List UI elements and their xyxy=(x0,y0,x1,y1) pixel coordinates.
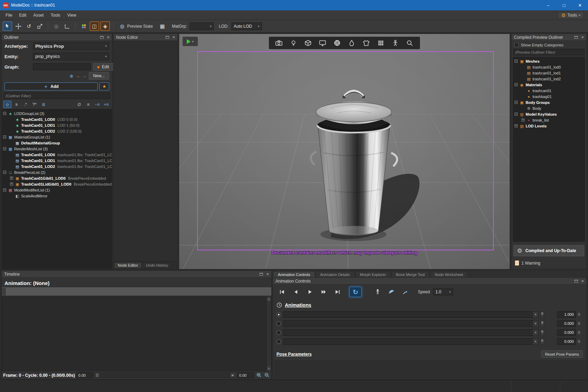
tree-row[interactable]: trashcan01 xyxy=(513,88,585,93)
preview-outliner-filter-input[interactable] xyxy=(513,49,585,55)
compile-status-button[interactable]: ⚙ Compiled and Up-To-Date xyxy=(514,245,584,256)
expander-icon[interactable] xyxy=(10,182,13,186)
maximize-button[interactable]: □ xyxy=(556,0,572,10)
screen-icon[interactable] xyxy=(317,38,328,47)
skip-to-end-button[interactable] xyxy=(331,287,344,297)
tree-row[interactable]: BreakPieceList (2) xyxy=(2,169,112,175)
tree-row[interactable]: LOD Levels xyxy=(513,123,585,129)
timeline-track-area[interactable]: ▲ ▼ xyxy=(2,296,271,371)
tree-row[interactable]: ScaleAndMirror xyxy=(2,193,112,199)
tree-row[interactable]: ModelModifierList (1) xyxy=(2,187,112,193)
bottom-tab[interactable]: Bone Merge Tool xyxy=(391,271,430,277)
tree-row[interactable]: TrashCan01_LOD2 trashcan01.fbx: TrashCan… xyxy=(2,163,112,169)
close-button[interactable]: ✕ xyxy=(572,0,588,10)
tree-row[interactable]: Body xyxy=(513,105,585,111)
hscroll-thumb[interactable] xyxy=(96,373,99,377)
menu-item[interactable]: File xyxy=(2,11,16,19)
zoom-out-icon[interactable] xyxy=(264,372,270,378)
tree-row[interactable]: TrashCan01_LOD0 trashcan01.fbx: TrashCan… xyxy=(2,152,112,158)
viewport-3d[interactable]: ▾ Document contains modifiers which may … xyxy=(179,34,510,269)
timeline-zoom-input[interactable] xyxy=(237,372,254,378)
skeleton-icon[interactable] xyxy=(390,38,401,47)
scroll-down-icon[interactable]: ▼ xyxy=(267,366,271,371)
paint-weights-button[interactable] xyxy=(399,287,412,297)
float-panel-icon[interactable] xyxy=(166,36,169,39)
expand-all-icon[interactable]: +≡ xyxy=(102,101,110,108)
move-tool-button[interactable] xyxy=(14,21,23,31)
timeline-vertical-scrollbar[interactable]: ▲ ▼ xyxy=(266,297,271,371)
add-node-button[interactable]: ＋ Add xyxy=(5,82,98,90)
show-empty-categories-checkbox[interactable] xyxy=(514,43,519,47)
matgrp-select[interactable]: ▾ xyxy=(190,23,214,30)
expander-icon[interactable] xyxy=(3,147,6,150)
hide-icon[interactable]: ∅ xyxy=(75,101,83,108)
rotate-tool-button[interactable]: ↺ xyxy=(24,21,34,31)
timeline-horizontal-scrollbar[interactable]: ▶ xyxy=(95,373,236,378)
tree-row[interactable]: trashcan01_lod0 xyxy=(513,64,585,70)
character-mode-button[interactable] xyxy=(371,287,384,297)
playhead-handle[interactable] xyxy=(2,288,6,295)
expander-icon[interactable] xyxy=(3,112,6,115)
animation-select[interactable]: ▾ xyxy=(283,320,538,327)
tree-row[interactable]: trashcan01_lod1 xyxy=(513,70,585,76)
snap-tool-button[interactable]: ◎ xyxy=(52,21,61,31)
tree-row[interactable]: trashbag01 xyxy=(513,93,585,99)
weight-value-input[interactable]: 0.000 xyxy=(557,320,576,327)
tree-row[interactable]: TrashCan01_LOD1 trashcan01.fbx: TrashCan… xyxy=(2,158,112,163)
bottom-tab[interactable]: Node Worksheet xyxy=(430,271,468,277)
scroll-up-icon[interactable]: ▲ xyxy=(267,297,271,301)
weight-slider[interactable] xyxy=(541,329,544,336)
menu-item[interactable]: View xyxy=(64,11,80,19)
vertex-paint-button[interactable] xyxy=(79,21,88,31)
tree-row[interactable]: DefaultMaterialGroup xyxy=(2,140,112,146)
animation-slot-radio[interactable] xyxy=(277,312,281,317)
tree-row[interactable]: TrashCan01_LOD1 LOD 1 (50.0) xyxy=(2,122,112,128)
node-editor-canvas[interactable] xyxy=(114,41,177,261)
tree-row[interactable]: TrashCan01_LOD0 LOD 0 (0.0) xyxy=(2,116,112,122)
weight-slider[interactable] xyxy=(541,338,544,345)
weight-value-input[interactable]: 0.000 xyxy=(557,329,576,336)
graph-open-icon[interactable]: → xyxy=(82,73,87,79)
tree-row[interactable]: TrashCan01Gib01_LOD0 BreakPieceEmbedded xyxy=(2,175,112,181)
mesh-grid-icon[interactable] xyxy=(376,38,386,47)
regex-filter-icon[interactable]: .* xyxy=(21,101,29,108)
archetype-select[interactable]: Physics Prop ▾ xyxy=(33,42,109,50)
graph-edit-button[interactable]: Edit xyxy=(93,63,114,71)
select-tool-button[interactable] xyxy=(3,21,12,31)
expander-icon[interactable] xyxy=(515,113,518,116)
tree-row[interactable]: LODGroupList (3) xyxy=(2,110,112,116)
tree-row[interactable]: Materials xyxy=(513,82,585,88)
node-editor-tab[interactable]: Node Editor xyxy=(114,262,142,268)
lod-select[interactable]: Auto LOD ▾ xyxy=(231,23,262,30)
material-grid-button[interactable]: ▦ xyxy=(158,21,167,31)
expander-icon[interactable] xyxy=(515,60,518,63)
float-panel-icon[interactable] xyxy=(260,273,263,276)
menu-item[interactable]: Asset xyxy=(30,11,47,19)
close-panel-icon[interactable]: × xyxy=(581,35,584,39)
weight-slider[interactable] xyxy=(541,320,544,327)
show-overlay-toggle[interactable]: ◫ xyxy=(90,21,99,31)
weight-value-input[interactable]: 0.000 xyxy=(557,338,576,345)
animation-slot-radio[interactable] xyxy=(277,321,281,326)
expander-icon[interactable] xyxy=(515,124,518,127)
graph-new-button[interactable]: New... xyxy=(89,72,109,80)
weight-value-input[interactable]: 1.000 xyxy=(557,311,576,318)
timeline-ruler[interactable] xyxy=(2,287,271,296)
expander-icon[interactable] xyxy=(3,171,6,174)
animation-slot-radio[interactable] xyxy=(277,339,281,344)
hierarchy-icon[interactable]: ≡ xyxy=(12,101,20,108)
axis-gizmo-button[interactable] xyxy=(62,21,72,31)
expander-icon[interactable] xyxy=(515,83,518,86)
tree-row[interactable]: TrashCan01_LOD2 LOD 2 (100.0) xyxy=(2,128,112,134)
expander-icon[interactable] xyxy=(515,101,518,104)
camera-icon[interactable] xyxy=(274,38,284,47)
tree-row[interactable]: MaterialGroupList (1) xyxy=(2,134,112,140)
play-button[interactable] xyxy=(304,287,316,297)
expander-icon[interactable] xyxy=(3,135,6,139)
bottom-tab[interactable]: Animation Controls xyxy=(273,271,315,277)
tree-row[interactable]: break_list xyxy=(513,117,585,123)
expander-icon[interactable] xyxy=(521,118,525,122)
animation-select[interactable]: ▾ xyxy=(283,329,538,336)
bottom-tab[interactable]: Animation Details xyxy=(315,271,355,277)
animation-select[interactable]: ▾ xyxy=(283,311,538,318)
